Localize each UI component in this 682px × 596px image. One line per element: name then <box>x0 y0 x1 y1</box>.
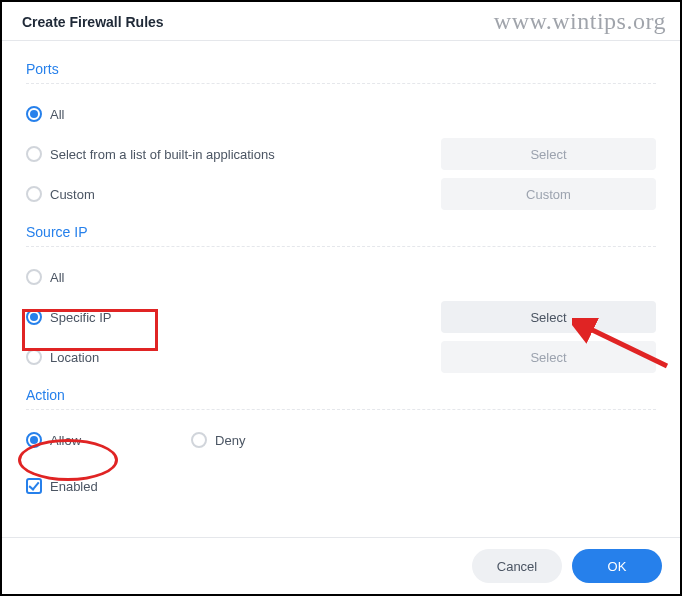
ports-option-builtins-row: Select from a list of built-in applicati… <box>26 134 656 174</box>
section-title-ports: Ports <box>26 61 656 77</box>
source-ip-radio-specific[interactable]: Specific IP <box>26 309 111 325</box>
radio-label: Location <box>50 350 99 365</box>
radio-icon <box>26 269 42 285</box>
ok-button[interactable]: OK <box>572 549 662 583</box>
radio-icon <box>26 186 42 202</box>
source-ip-option-location-row: Location Select <box>26 337 656 377</box>
source-ip-option-specific-row: Specific IP Select <box>26 297 656 337</box>
source-ip-radio-all[interactable]: All <box>26 269 64 285</box>
action-radio-deny[interactable]: Deny <box>191 432 245 448</box>
dialog-body: Ports All Select from a list of built-in… <box>2 41 680 506</box>
dialog-footer: Cancel OK <box>2 537 680 594</box>
ports-builtins-select-button[interactable]: Select <box>441 138 656 170</box>
radio-icon <box>26 146 42 162</box>
radio-label: Specific IP <box>50 310 111 325</box>
firewall-rules-dialog: Create Firewall Rules Ports All Select f… <box>0 0 682 596</box>
enabled-row: Enabled <box>26 466 656 506</box>
action-radio-allow[interactable]: Allow <box>26 432 81 448</box>
divider <box>26 83 656 84</box>
checkbox-icon <box>26 478 42 494</box>
ports-radio-all[interactable]: All <box>26 106 64 122</box>
dialog-header: Create Firewall Rules <box>2 2 680 41</box>
radio-label: Deny <box>215 433 245 448</box>
cancel-button[interactable]: Cancel <box>472 549 562 583</box>
checkbox-label: Enabled <box>50 479 98 494</box>
ports-option-custom-row: Custom Custom <box>26 174 656 214</box>
ports-custom-button[interactable]: Custom <box>441 178 656 210</box>
dialog-title: Create Firewall Rules <box>22 14 660 30</box>
ports-option-all-row: All <box>26 94 656 134</box>
divider <box>26 409 656 410</box>
radio-label: All <box>50 107 64 122</box>
section-title-source-ip: Source IP <box>26 224 656 240</box>
action-option-row: Allow Deny <box>26 420 656 460</box>
source-ip-option-all-row: All <box>26 257 656 297</box>
radio-label: Custom <box>50 187 95 202</box>
source-ip-location-select-button[interactable]: Select <box>441 341 656 373</box>
radio-label: Select from a list of built-in applicati… <box>50 147 275 162</box>
radio-icon <box>26 106 42 122</box>
ports-radio-custom[interactable]: Custom <box>26 186 95 202</box>
radio-icon <box>191 432 207 448</box>
radio-icon <box>26 309 42 325</box>
section-title-action: Action <box>26 387 656 403</box>
divider <box>26 246 656 247</box>
radio-label: All <box>50 270 64 285</box>
source-ip-specific-select-button[interactable]: Select <box>441 301 656 333</box>
source-ip-radio-location[interactable]: Location <box>26 349 99 365</box>
enabled-checkbox[interactable]: Enabled <box>26 478 98 494</box>
radio-label: Allow <box>50 433 81 448</box>
radio-icon <box>26 432 42 448</box>
ports-radio-builtins[interactable]: Select from a list of built-in applicati… <box>26 146 275 162</box>
radio-icon <box>26 349 42 365</box>
